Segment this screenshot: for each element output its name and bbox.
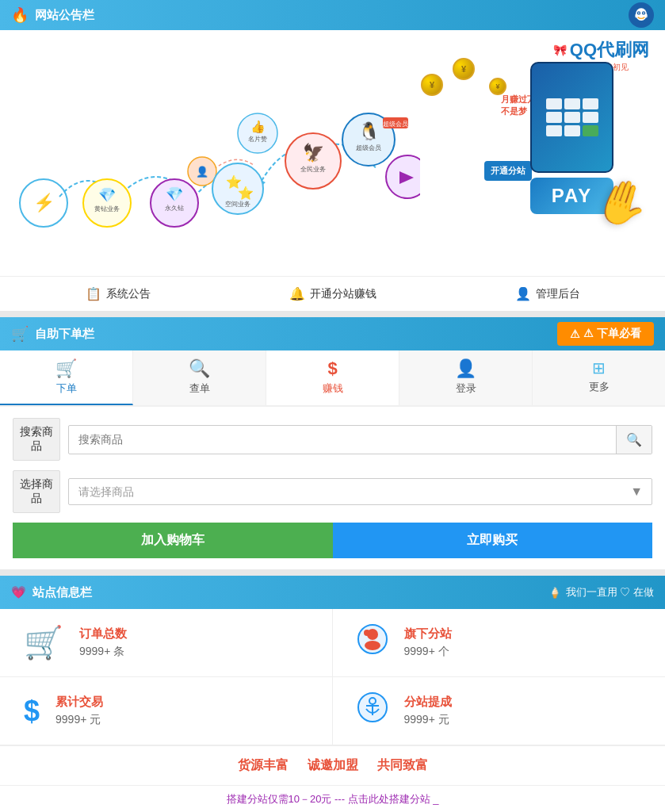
transactions-icon: $ [24,695,40,728]
info-header-right: 🍦 我们一直用 ♡ 在做 [548,585,654,599]
add-to-cart-button[interactable]: 加入购物车 [13,523,333,558]
banner-area: 🎀 QQ代刷网 人生苦只如初见 ¥ ¥ ¥ 月赚过万不是梦！ 开通分站 [0,30,665,276]
notice-icon: 📋 [86,286,101,301]
commission-title: 分站提成 [404,695,452,710]
order-tabs: 🛒 下单 🔍 查单 $ 赚钱 👤 登录 ⊞ 更多 [0,350,665,407]
branches-title: 旗下分站 [404,626,452,642]
tab-more[interactable]: ⊞ 更多 [533,350,665,405]
order-form: 搜索商品 🔍 选择商品 请选择商品 ▼ 加入购物车 立即购买 [0,407,665,569]
svg-text:💎: 💎 [166,186,184,203]
transactions-info: 累计交易 9999+ 元 [55,695,103,727]
tab-place-order-label: 下单 [56,381,77,396]
announcement-header: 🔥 网站公告栏 [0,0,665,30]
commission-value: 9999+ 元 [404,713,452,727]
svg-text:空间业务: 空间业务 [225,201,250,208]
coin-1: ¥ [421,74,443,96]
branches-icon [357,623,388,662]
select-wrap: 请选择商品 ▼ [68,478,652,505]
search-input[interactable] [69,427,616,452]
svg-text:全民业务: 全民业务 [300,166,326,173]
announcement-title: 网站公告栏 [35,8,94,23]
orders-value: 9999+ 条 [79,645,127,659]
heart-icon-header: 💗 [11,585,26,599]
svg-text:永久钻: 永久钻 [165,205,184,212]
tab-check-order[interactable]: 🔍 查单 [133,350,266,405]
product-select[interactable]: 请选择商品 [68,478,652,505]
buy-now-button[interactable]: 立即购买 [333,523,653,558]
coin-2: ¥ [453,58,475,80]
cart-icon-header: 🛒 [11,325,29,343]
svg-point-13 [83,179,131,227]
tab-place-order[interactable]: 🛒 下单 [0,350,133,405]
svg-text:👤: 👤 [196,165,209,178]
action-buttons: 加入购物车 立即购买 [13,523,652,558]
info-header: 💗 站点信息栏 🍦 我们一直用 ♡ 在做 [0,576,665,609]
transactions-value: 9999+ 元 [55,713,103,727]
coin-3: ¥ [489,78,506,95]
search-label: 搜索商品 [13,418,60,461]
svg-point-40 [364,630,370,636]
stat-commission: 分站提成 9999+ 元 [333,677,666,745]
warning-icon: ⚠ [570,327,580,340]
svg-point-7 [644,13,648,17]
branches-value: 9999+ 个 [404,645,452,659]
announcement-header-left: 🔥 网站公告栏 [11,6,94,24]
svg-text:⚡: ⚡ [33,192,55,213]
info-section: 💗 站点信息栏 🍦 我们一直用 ♡ 在做 🛒 订单总数 9999+ 条 [0,576,665,812]
qq-avatar[interactable] [629,2,654,28]
branches-info: 旗下分站 9999+ 个 [404,626,452,659]
build-station-link[interactable]: 搭建分站仅需10－20元 --- 点击此处搭建分站 _ [227,793,439,805]
svg-text:🐧: 🐧 [358,121,380,142]
tab-earn-label: 赚钱 [323,381,343,396]
announcement-nav: 📋 系统公告 🔔 开通分站赚钱 👤 管理后台 [0,276,665,311]
bell-icon: 🔔 [289,286,305,301]
ice-cream-icon: 🍦 [548,587,561,599]
svg-point-4 [638,13,640,14]
promo-item-1: 诚邀加盟 [308,757,358,774]
select-row: 选择商品 请选择商品 ▼ [13,470,652,513]
tab-login[interactable]: 👤 登录 [399,350,533,405]
order-title: 自助下单栏 [35,327,94,342]
open-station-badge[interactable]: 开通分站 [484,161,532,181]
svg-point-6 [635,13,638,17]
svg-text:🦅: 🦅 [303,142,325,163]
tab-more-label: 更多 [589,380,610,394]
dollar-tab-icon: $ [327,358,337,379]
search-button[interactable]: 🔍 [616,426,652,454]
svg-text:黄钻业务: 黄钻业务 [94,205,120,213]
tab-earn-money[interactable]: $ 赚钱 [266,350,399,405]
info-title: 站点信息栏 [32,585,92,600]
svg-text:超级会员: 超级会员 [356,144,381,151]
fire-icon: 🔥 [11,6,29,24]
nav-label-station: 开通分站赚钱 [310,287,376,301]
orders-icon: 🛒 [24,624,63,661]
nav-system-notice[interactable]: 📋 系统公告 [86,286,151,301]
promo-item-0: 货源丰富 [238,757,289,774]
commission-info: 分站提成 9999+ 元 [404,695,452,727]
nav-open-station[interactable]: 🔔 开通分站赚钱 [289,286,376,301]
svg-point-5 [643,13,644,14]
orders-info: 订单总数 9999+ 条 [79,626,127,659]
bottom-link[interactable]: 搭建分站仅需10－20元 --- 点击此处搭建分站 _ [0,785,665,812]
svg-text:💎: 💎 [98,186,117,204]
brand-name: QQ代刷网 [570,38,649,62]
announcement-section: 🔥 网站公告栏 🎀 QQ代刷网 人生苦只如初见 [0,0,665,311]
order-now-button[interactable]: ⚠ ⚠ 下单必看 [557,322,654,346]
svg-text:⭐: ⭐ [238,186,254,201]
order-now-label: ⚠ 下单必看 [583,327,641,341]
stat-branches: 旗下分站 9999+ 个 [333,609,666,677]
nav-admin[interactable]: 👤 管理后台 [515,286,580,301]
more-tab-icon: ⊞ [592,358,606,377]
promo-item-2: 共同致富 [377,757,428,774]
commission-icon [357,691,388,730]
select-label: 选择商品 [13,470,60,513]
search-row: 搜索商品 🔍 [13,418,652,461]
nav-label-admin: 管理后台 [536,287,580,301]
search-input-wrap: 🔍 [68,425,652,454]
info-tagline: 我们一直用 ♡ 在做 [566,585,654,599]
stat-orders: 🛒 订单总数 9999+ 条 [0,609,333,677]
orders-title: 订单总数 [79,626,127,642]
stats-grid: 🛒 订单总数 9999+ 条 旗下分站 9999+ 个 $ [0,609,665,745]
tab-login-label: 登录 [456,381,476,396]
pay-text: PAY [552,185,592,207]
